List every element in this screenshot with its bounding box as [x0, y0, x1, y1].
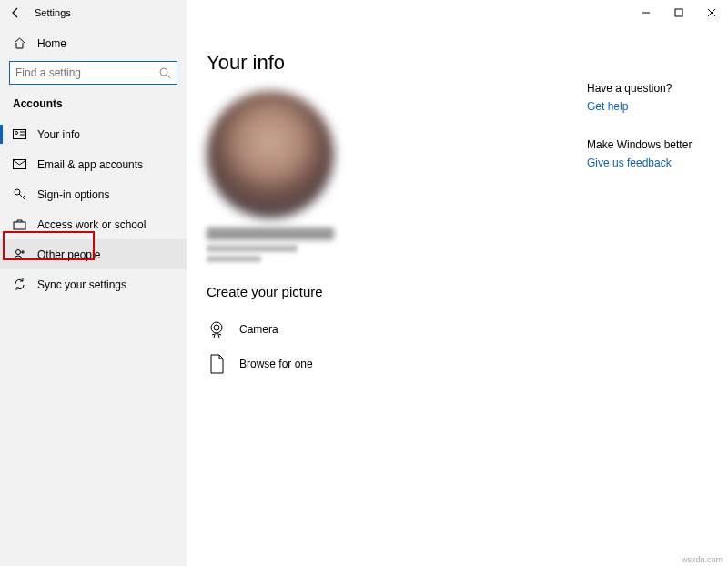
- sidebar-item-signin[interactable]: Sign-in options: [0, 179, 187, 209]
- person-card-icon: [13, 127, 26, 141]
- file-icon: [207, 354, 227, 374]
- svg-point-16: [211, 322, 222, 333]
- option-label: Camera: [239, 323, 278, 336]
- search-field[interactable]: [15, 66, 159, 79]
- svg-point-13: [16, 250, 21, 255]
- svg-rect-12: [14, 222, 25, 229]
- question-heading: Have a question?: [587, 82, 712, 95]
- svg-point-17: [214, 325, 219, 330]
- home-button[interactable]: Home: [0, 29, 187, 57]
- get-help-link[interactable]: Get help: [587, 100, 712, 113]
- sidebar-item-other-people[interactable]: Other people: [0, 239, 187, 269]
- sidebar-item-label: Access work or school: [37, 218, 146, 231]
- people-icon: [13, 248, 26, 261]
- search-icon: [159, 67, 171, 79]
- back-icon[interactable]: [9, 6, 22, 19]
- avatar: [207, 91, 334, 218]
- svg-point-2: [160, 68, 167, 76]
- camera-icon: [207, 319, 227, 339]
- user-role-blurred: [207, 256, 261, 262]
- category-label: Accounts: [0, 94, 187, 119]
- svg-rect-1: [675, 9, 682, 16]
- page-title: Your info: [207, 51, 587, 75]
- sync-icon: [13, 278, 26, 291]
- svg-line-3: [167, 75, 170, 78]
- titlebar: Settings: [0, 0, 728, 25]
- create-picture-heading: Create your picture: [207, 284, 587, 299]
- svg-line-11: [23, 196, 25, 197]
- option-browse[interactable]: Browse for one: [207, 347, 587, 381]
- feedback-heading: Make Windows better: [587, 138, 712, 151]
- maximize-button[interactable]: [662, 0, 695, 25]
- sidebar-item-label: Your info: [37, 128, 80, 141]
- user-name-blurred: [207, 227, 334, 240]
- home-label: Home: [37, 37, 66, 50]
- feedback-link[interactable]: Give us feedback: [587, 157, 712, 169]
- sidebar-item-sync[interactable]: Sync your settings: [0, 269, 187, 299]
- option-label: Browse for one: [239, 358, 313, 370]
- home-icon: [13, 36, 26, 50]
- sidebar-item-label: Sync your settings: [37, 278, 126, 291]
- main-content: Your info Create your picture Camera: [207, 51, 587, 566]
- mail-icon: [13, 157, 26, 171]
- sidebar-item-email[interactable]: Email & app accounts: [0, 149, 187, 179]
- aside: Have a question? Get help Make Windows b…: [587, 51, 728, 566]
- watermark: wsxdn.com: [682, 555, 723, 564]
- close-button[interactable]: [695, 0, 728, 25]
- key-icon: [13, 187, 26, 201]
- sidebar-item-label: Sign-in options: [37, 188, 109, 201]
- svg-point-5: [15, 132, 18, 135]
- sidebar-item-your-info[interactable]: Your info: [0, 119, 187, 149]
- sidebar-item-label: Email & app accounts: [37, 158, 143, 171]
- sidebar-item-label: Other people: [37, 248, 100, 261]
- option-camera[interactable]: Camera: [207, 312, 587, 347]
- briefcase-icon: [13, 217, 26, 231]
- user-email-blurred: [207, 245, 298, 252]
- search-input[interactable]: [9, 61, 177, 85]
- window-title: Settings: [35, 7, 71, 18]
- sidebar: Home Accounts Your info: [0, 25, 187, 566]
- minimize-button[interactable]: [630, 0, 662, 25]
- sidebar-item-work[interactable]: Access work or school: [0, 209, 187, 239]
